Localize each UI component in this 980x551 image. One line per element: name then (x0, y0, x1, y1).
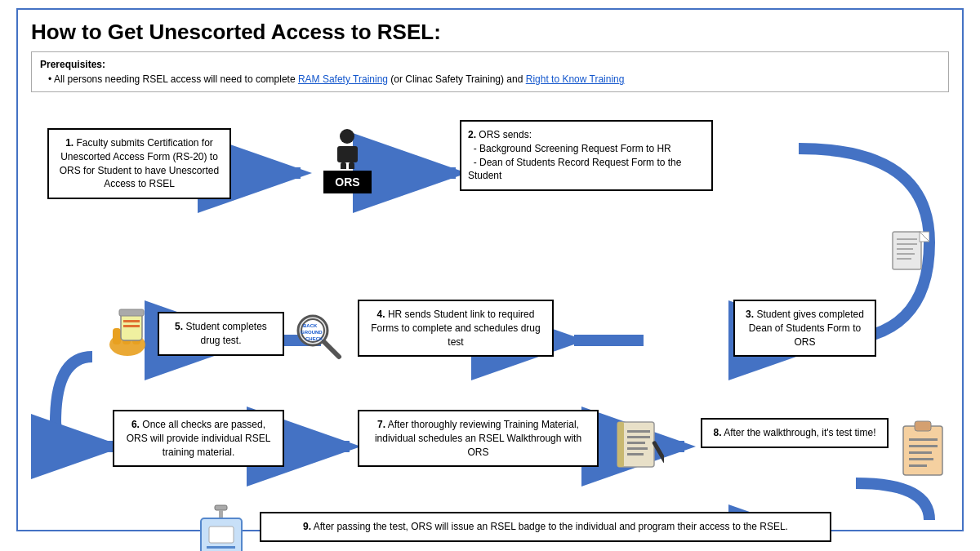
svg-rect-6 (349, 162, 354, 169)
svg-text:CHECK: CHECK (305, 336, 323, 341)
svg-rect-36 (903, 426, 942, 475)
svg-text:GROUND: GROUND (301, 330, 323, 335)
step-8-box: 8. After the walkthrough, it's test time… (701, 418, 889, 448)
svg-rect-30 (627, 430, 650, 433)
svg-rect-43 (215, 505, 227, 510)
svg-rect-39 (909, 445, 938, 447)
svg-rect-26 (123, 320, 140, 322)
svg-rect-21 (113, 328, 121, 344)
clipboard-icon (897, 418, 950, 486)
step-5-text: Student completes drug test. (185, 321, 266, 346)
main-container: How to Get Unescorted Access to RSEL: Pr… (16, 8, 964, 531)
step-3-box: 3. Student gives completed Dean of Stude… (733, 300, 876, 357)
step-4-box: 4. HR sends Student link to required For… (358, 300, 554, 357)
prereq-item: • All persons needing RSEL access will n… (48, 73, 624, 85)
notebook-svg (611, 418, 664, 471)
ors-figure: ORS (309, 128, 386, 193)
svg-rect-5 (341, 162, 346, 169)
svg-rect-11 (897, 253, 915, 255)
step-2-text: ORS sends: - Background Screening Reques… (468, 129, 681, 181)
svg-point-3 (340, 129, 354, 144)
step-3-text: Student gives completed Dean of Students… (749, 309, 864, 348)
ram-safety-link[interactable]: RAM Safety Training (298, 73, 388, 85)
svg-rect-31 (627, 436, 650, 438)
svg-rect-38 (909, 438, 938, 441)
svg-rect-7 (893, 232, 921, 269)
step-2-box: 2. ORS sends: - Background Screening Req… (460, 120, 713, 191)
svg-text:BACK: BACK (303, 323, 318, 328)
svg-rect-40 (909, 451, 932, 454)
step-5-box: 5. Student completes drug test. (158, 312, 284, 356)
step-7-text: After thoroughly reviewing Training Mate… (375, 419, 581, 458)
step-9-box: 9. After passing the test, ORS will issu… (260, 512, 831, 542)
svg-rect-46 (209, 527, 234, 543)
bg-check-icon: BACK GROUND CHECK (284, 308, 354, 372)
step-9-text: After passing the test, ORS will issue a… (314, 521, 788, 532)
svg-rect-4 (337, 146, 358, 162)
svg-rect-9 (897, 243, 917, 245)
step-4-text: HR sends Student link to required Forms … (371, 309, 540, 348)
prerequisites-box: Prerequisites: • All persons needing RSE… (31, 51, 949, 92)
document-icon (889, 230, 929, 287)
ors-label: ORS (323, 171, 371, 193)
svg-rect-42 (909, 464, 927, 467)
pills-icon (103, 304, 160, 367)
step-8-text: After the walkthrough, it's test time! (724, 427, 875, 438)
bg-check-svg: BACK GROUND CHECK (288, 308, 350, 369)
step-6-box: 6. Once all checks are passed, ORS will … (113, 410, 284, 467)
svg-rect-8 (897, 238, 917, 240)
svg-line-16 (324, 342, 339, 357)
step-6-text: Once all checks are passed, ORS will pro… (127, 419, 271, 458)
doc-svg (889, 230, 929, 279)
svg-rect-10 (897, 248, 913, 250)
prereq-label: Prerequisites: (40, 59, 105, 70)
clipboard-svg (897, 418, 950, 479)
svg-rect-29 (617, 422, 624, 467)
svg-rect-34 (627, 453, 644, 455)
step-1-text: Faculty submits Certification for Unesco… (60, 137, 219, 189)
svg-rect-41 (909, 458, 933, 460)
svg-rect-12 (897, 258, 911, 260)
svg-rect-27 (123, 325, 140, 327)
step-7-box: 7. After thoroughly reviewing Training M… (358, 410, 599, 467)
badge-icon (194, 504, 247, 551)
notebook-icon (611, 418, 664, 478)
pills-svg (103, 304, 160, 361)
right-to-know-link[interactable]: Right to Know Training (526, 73, 625, 85)
svg-rect-25 (119, 309, 144, 316)
page-title: How to Get Unescorted Access to RSEL: (31, 20, 949, 45)
badge-svg (194, 504, 247, 551)
flow-area: 1. Faculty submits Certification for Une… (31, 104, 949, 520)
svg-rect-33 (627, 447, 648, 450)
svg-rect-47 (207, 546, 235, 549)
step-1-box: 1. Faculty submits Certification for Une… (47, 128, 231, 199)
svg-rect-37 (915, 421, 931, 431)
svg-rect-32 (627, 442, 645, 444)
person-icon (329, 128, 366, 169)
svg-rect-44 (219, 510, 223, 518)
